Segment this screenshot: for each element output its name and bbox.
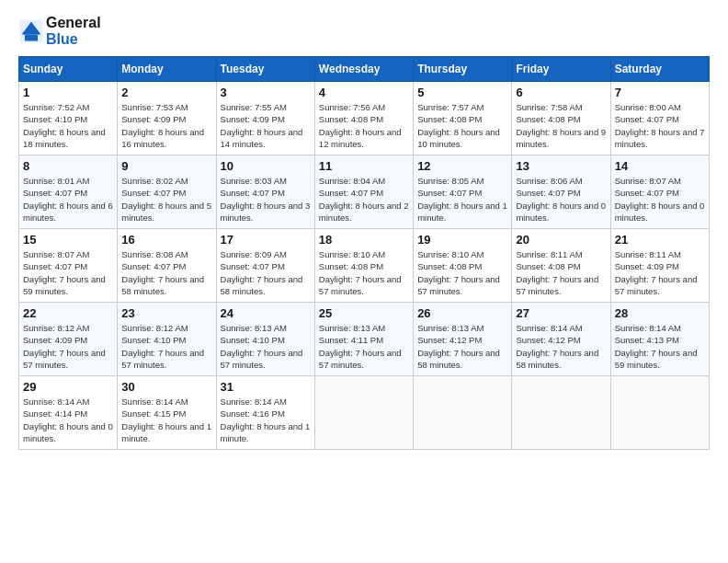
cell-date: 19 xyxy=(417,233,507,247)
calendar-cell: 21 Sunrise: 8:11 AM Sunset: 4:09 PM Dayl… xyxy=(610,229,709,303)
cell-date: 17 xyxy=(221,233,311,247)
cell-info: Sunrise: 8:07 AM Sunset: 4:07 PM Dayligh… xyxy=(23,248,113,297)
cell-info: Sunrise: 8:10 AM Sunset: 4:08 PM Dayligh… xyxy=(417,248,507,297)
cell-date: 16 xyxy=(121,233,211,247)
cell-info: Sunrise: 8:13 AM Sunset: 4:11 PM Dayligh… xyxy=(319,322,409,371)
weekday-header-saturday: Saturday xyxy=(610,57,709,82)
cell-info: Sunrise: 8:08 AM Sunset: 4:07 PM Dayligh… xyxy=(121,248,211,297)
cell-date: 29 xyxy=(23,380,113,394)
page: General Blue SundayMondayTuesdayWednesda… xyxy=(0,0,728,563)
calendar-week-2: 8 Sunrise: 8:01 AM Sunset: 4:07 PM Dayli… xyxy=(19,155,710,229)
calendar-cell: 12 Sunrise: 8:05 AM Sunset: 4:07 PM Dayl… xyxy=(414,155,512,229)
calendar-cell: 1 Sunrise: 7:52 AM Sunset: 4:10 PM Dayli… xyxy=(19,82,118,155)
cell-date: 11 xyxy=(319,159,409,173)
calendar-cell: 31 Sunrise: 8:14 AM Sunset: 4:16 PM Dayl… xyxy=(216,376,314,450)
logo: General Blue xyxy=(18,15,101,47)
weekday-header-row: SundayMondayTuesdayWednesdayThursdayFrid… xyxy=(19,57,710,82)
cell-info: Sunrise: 8:11 AM Sunset: 4:08 PM Dayligh… xyxy=(516,248,606,297)
calendar-table: SundayMondayTuesdayWednesdayThursdayFrid… xyxy=(18,56,710,450)
calendar-cell: 7 Sunrise: 8:00 AM Sunset: 4:07 PM Dayli… xyxy=(610,82,709,155)
cell-date: 4 xyxy=(319,86,409,99)
logo-icon xyxy=(18,18,44,44)
cell-date: 2 xyxy=(121,86,211,99)
cell-info: Sunrise: 8:14 AM Sunset: 4:15 PM Dayligh… xyxy=(121,396,211,444)
calendar-cell: 25 Sunrise: 8:13 AM Sunset: 4:11 PM Dayl… xyxy=(314,303,413,376)
cell-date: 23 xyxy=(121,306,211,320)
calendar-cell: 22 Sunrise: 8:12 AM Sunset: 4:09 PM Dayl… xyxy=(19,303,118,376)
cell-info: Sunrise: 8:13 AM Sunset: 4:10 PM Dayligh… xyxy=(221,322,311,371)
cell-date: 31 xyxy=(221,380,311,394)
cell-date: 9 xyxy=(121,159,211,173)
cell-date: 18 xyxy=(319,233,409,247)
cell-date: 25 xyxy=(319,306,409,320)
cell-info: Sunrise: 8:03 AM Sunset: 4:07 PM Dayligh… xyxy=(221,175,311,224)
calendar-cell: 19 Sunrise: 8:10 AM Sunset: 4:08 PM Dayl… xyxy=(414,229,512,303)
header: General Blue xyxy=(18,15,710,47)
calendar-cell xyxy=(414,376,512,450)
calendar-cell: 14 Sunrise: 8:07 AM Sunset: 4:07 PM Dayl… xyxy=(610,155,709,229)
calendar-cell: 17 Sunrise: 8:09 AM Sunset: 4:07 PM Dayl… xyxy=(216,229,314,303)
calendar-week-3: 15 Sunrise: 8:07 AM Sunset: 4:07 PM Dayl… xyxy=(19,229,710,303)
calendar-cell xyxy=(314,376,413,450)
calendar-week-5: 29 Sunrise: 8:14 AM Sunset: 4:14 PM Dayl… xyxy=(19,376,710,450)
calendar-cell: 13 Sunrise: 8:06 AM Sunset: 4:07 PM Dayl… xyxy=(512,155,610,229)
cell-info: Sunrise: 7:52 AM Sunset: 4:10 PM Dayligh… xyxy=(23,101,113,150)
cell-date: 28 xyxy=(615,306,705,320)
cell-date: 6 xyxy=(516,86,606,99)
logo-text: General Blue xyxy=(46,15,101,47)
calendar-week-4: 22 Sunrise: 8:12 AM Sunset: 4:09 PM Dayl… xyxy=(19,303,710,376)
calendar-week-1: 1 Sunrise: 7:52 AM Sunset: 4:10 PM Dayli… xyxy=(19,82,710,155)
weekday-header-wednesday: Wednesday xyxy=(314,57,413,82)
calendar-cell: 28 Sunrise: 8:14 AM Sunset: 4:13 PM Dayl… xyxy=(610,303,709,376)
calendar-cell: 5 Sunrise: 7:57 AM Sunset: 4:08 PM Dayli… xyxy=(414,82,512,155)
cell-date: 20 xyxy=(516,233,606,247)
calendar-cell: 6 Sunrise: 7:58 AM Sunset: 4:08 PM Dayli… xyxy=(512,82,610,155)
weekday-header-friday: Friday xyxy=(512,57,610,82)
weekday-header-monday: Monday xyxy=(118,57,216,82)
cell-date: 24 xyxy=(221,306,311,320)
cell-date: 14 xyxy=(615,159,705,173)
cell-date: 15 xyxy=(23,233,113,247)
cell-info: Sunrise: 8:11 AM Sunset: 4:09 PM Dayligh… xyxy=(615,248,705,297)
cell-info: Sunrise: 8:14 AM Sunset: 4:14 PM Dayligh… xyxy=(23,396,113,444)
cell-info: Sunrise: 8:12 AM Sunset: 4:09 PM Dayligh… xyxy=(23,322,113,371)
calendar-cell: 4 Sunrise: 7:56 AM Sunset: 4:08 PM Dayli… xyxy=(314,82,413,155)
weekday-header-sunday: Sunday xyxy=(19,57,118,82)
cell-date: 7 xyxy=(615,86,705,99)
cell-info: Sunrise: 8:12 AM Sunset: 4:10 PM Dayligh… xyxy=(121,322,211,371)
calendar-cell: 20 Sunrise: 8:11 AM Sunset: 4:08 PM Dayl… xyxy=(512,229,610,303)
cell-info: Sunrise: 8:02 AM Sunset: 4:07 PM Dayligh… xyxy=(121,175,211,224)
calendar-cell: 15 Sunrise: 8:07 AM Sunset: 4:07 PM Dayl… xyxy=(19,229,118,303)
cell-info: Sunrise: 8:14 AM Sunset: 4:12 PM Dayligh… xyxy=(516,322,606,371)
cell-date: 22 xyxy=(23,306,113,320)
cell-info: Sunrise: 7:57 AM Sunset: 4:08 PM Dayligh… xyxy=(417,101,507,150)
cell-date: 12 xyxy=(417,159,507,173)
calendar-cell: 27 Sunrise: 8:14 AM Sunset: 4:12 PM Dayl… xyxy=(512,303,610,376)
calendar-cell: 9 Sunrise: 8:02 AM Sunset: 4:07 PM Dayli… xyxy=(118,155,216,229)
cell-info: Sunrise: 8:10 AM Sunset: 4:08 PM Dayligh… xyxy=(319,248,409,297)
cell-info: Sunrise: 7:56 AM Sunset: 4:08 PM Dayligh… xyxy=(319,101,409,150)
calendar-cell: 26 Sunrise: 8:13 AM Sunset: 4:12 PM Dayl… xyxy=(414,303,512,376)
weekday-header-tuesday: Tuesday xyxy=(216,57,314,82)
cell-info: Sunrise: 7:55 AM Sunset: 4:09 PM Dayligh… xyxy=(221,101,311,150)
weekday-header-thursday: Thursday xyxy=(414,57,512,82)
calendar-cell: 24 Sunrise: 8:13 AM Sunset: 4:10 PM Dayl… xyxy=(216,303,314,376)
calendar-cell: 23 Sunrise: 8:12 AM Sunset: 4:10 PM Dayl… xyxy=(118,303,216,376)
calendar-cell: 8 Sunrise: 8:01 AM Sunset: 4:07 PM Dayli… xyxy=(19,155,118,229)
cell-info: Sunrise: 8:01 AM Sunset: 4:07 PM Dayligh… xyxy=(23,175,113,224)
cell-info: Sunrise: 7:53 AM Sunset: 4:09 PM Dayligh… xyxy=(121,101,211,150)
cell-date: 3 xyxy=(221,86,311,99)
calendar-cell: 18 Sunrise: 8:10 AM Sunset: 4:08 PM Dayl… xyxy=(314,229,413,303)
cell-info: Sunrise: 8:04 AM Sunset: 4:07 PM Dayligh… xyxy=(319,175,409,224)
calendar-cell: 16 Sunrise: 8:08 AM Sunset: 4:07 PM Dayl… xyxy=(118,229,216,303)
cell-info: Sunrise: 8:14 AM Sunset: 4:16 PM Dayligh… xyxy=(221,396,311,444)
calendar-cell: 3 Sunrise: 7:55 AM Sunset: 4:09 PM Dayli… xyxy=(216,82,314,155)
cell-date: 30 xyxy=(121,380,211,394)
calendar-cell: 10 Sunrise: 8:03 AM Sunset: 4:07 PM Dayl… xyxy=(216,155,314,229)
cell-date: 10 xyxy=(221,159,311,173)
cell-info: Sunrise: 7:58 AM Sunset: 4:08 PM Dayligh… xyxy=(516,101,606,150)
calendar-cell xyxy=(610,376,709,450)
cell-date: 27 xyxy=(516,306,606,320)
svg-rect-2 xyxy=(25,34,38,40)
cell-info: Sunrise: 8:06 AM Sunset: 4:07 PM Dayligh… xyxy=(516,175,606,224)
